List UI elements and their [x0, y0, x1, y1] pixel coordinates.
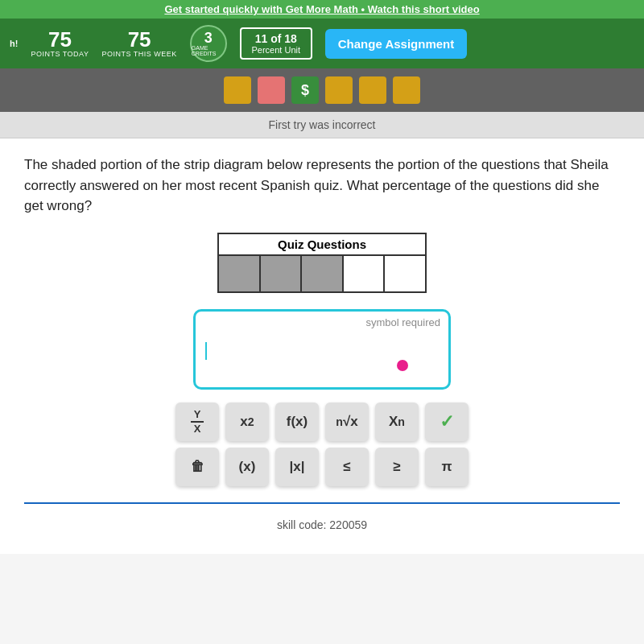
points-week-label: POINTS THIS WEEK	[101, 50, 176, 58]
progress-dot-4	[325, 76, 353, 104]
fraction-bottom: X	[191, 423, 204, 436]
diagram-container: Quiz Questions	[24, 233, 620, 293]
strip-box-3	[302, 256, 344, 291]
assignment-info: 11 of 18 Percent Unit	[240, 27, 312, 60]
assignment-unit: Percent Unit	[252, 45, 301, 55]
main-content: The shaded portion of the strip diagram …	[0, 138, 644, 554]
exponent-button[interactable]: x2	[225, 402, 269, 441]
header-bar: h! 75 POINTS TODAY 75 POINTS THIS WEEK 3…	[0, 19, 644, 68]
symbol-required-label: symbol required	[366, 316, 441, 328]
top-banner[interactable]: Get started quickly with Get More Math •…	[0, 0, 644, 19]
absolute-value-button[interactable]: |x|	[275, 448, 319, 486]
pi-button[interactable]: π	[425, 448, 469, 486]
delete-button[interactable]: 🗑	[175, 448, 219, 486]
greater-equal-button[interactable]: ≥	[375, 448, 419, 486]
assignment-of: 11 of 18	[255, 32, 297, 45]
keyboard-row-2: 🗑 (x) |x| ≤ ≥ π	[175, 448, 469, 486]
subscript-button[interactable]: Xn	[375, 402, 419, 441]
points-today-block: 75 POINTS TODAY	[31, 29, 89, 58]
divider	[24, 502, 620, 504]
keyboard-row-1: Y X x2 f(x) n√x Xn ✓	[175, 402, 469, 441]
function-button[interactable]: f(x)	[275, 402, 319, 441]
points-today-value: 75	[48, 29, 72, 50]
strip-box-5	[385, 256, 425, 291]
text-cursor	[205, 342, 207, 360]
strip-box-4	[344, 256, 386, 291]
answer-input-box[interactable]: symbol required	[193, 309, 451, 390]
points-today-label: POINTS TODAY	[31, 50, 89, 58]
strip-diagram-header: Quiz Questions	[219, 234, 425, 256]
credits-value: 3	[204, 31, 213, 45]
fraction-top: Y	[191, 408, 204, 423]
pink-dot	[397, 360, 408, 371]
game-credits-block: 3 GAME CREDITS	[190, 25, 227, 62]
question-text: The shaded portion of the strip diagram …	[24, 155, 620, 217]
progress-dot-2	[258, 76, 285, 104]
strip-boxes	[219, 256, 425, 291]
strip-box-2	[261, 256, 303, 291]
answer-area: symbol required	[24, 309, 620, 390]
progress-dot-1	[224, 76, 251, 104]
credits-label: GAME CREDITS	[192, 45, 225, 56]
app-logo-label: h!	[10, 39, 18, 48]
change-assignment-button[interactable]: Change Assignment	[325, 29, 467, 59]
incorrect-notice: First try was incorrect	[0, 112, 644, 138]
nth-root-button[interactable]: n√x	[325, 402, 369, 441]
strip-box-1	[219, 256, 261, 291]
points-week-block: 75 POINTS THIS WEEK	[101, 29, 176, 58]
progress-dot-5	[359, 76, 386, 104]
check-button[interactable]: ✓	[425, 402, 469, 441]
progress-dot-6	[393, 76, 420, 104]
skill-code: skill code: 220059	[24, 512, 620, 538]
fraction-button[interactable]: Y X	[175, 402, 219, 441]
math-keyboard: Y X x2 f(x) n√x Xn ✓ 🗑 (x) |x| ≤ ≥ π	[24, 402, 620, 486]
strip-diagram: Quiz Questions	[217, 233, 427, 293]
less-equal-button[interactable]: ≤	[325, 448, 369, 486]
points-week-value: 75	[128, 29, 151, 50]
skill-code-value: 220059	[329, 518, 367, 531]
skill-code-label: skill code:	[277, 518, 326, 531]
parentheses-button[interactable]: (x)	[225, 448, 269, 486]
progress-dot-3: $	[291, 76, 319, 104]
progress-row: $	[0, 68, 644, 112]
